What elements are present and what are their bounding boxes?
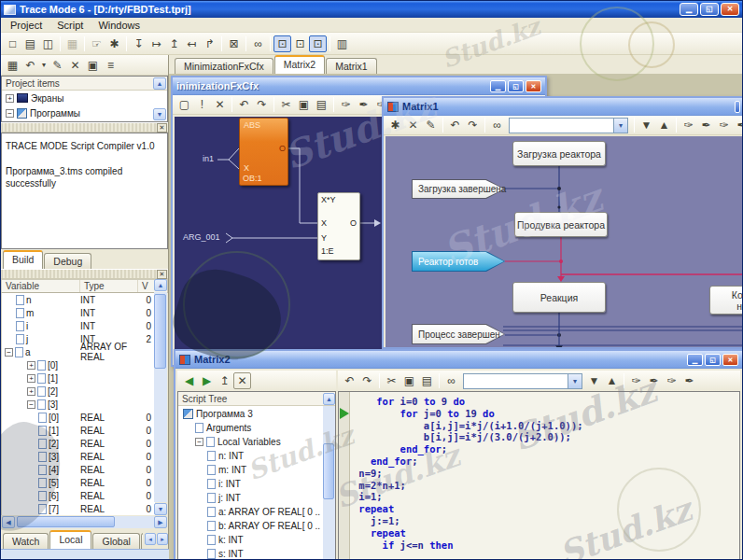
breakpoint-add-icon[interactable]: ✑ <box>627 372 645 389</box>
flow-step-purge[interactable]: Продувка реактора <box>514 212 608 237</box>
code-gutter[interactable] <box>339 392 350 559</box>
undo-icon[interactable]: ↶ <box>21 57 39 74</box>
tab-global[interactable]: Global <box>92 533 139 549</box>
tab-debug[interactable]: Debug <box>44 253 91 269</box>
tree-item[interactable]: j: INT <box>179 491 322 505</box>
flow-tag-reactor-ready[interactable]: Реактор готов <box>412 251 505 272</box>
redo-icon[interactable]: ↷ <box>358 372 376 389</box>
breakpoint-enable-icon[interactable]: ✑ <box>663 372 680 389</box>
close-button[interactable]: ✕ <box>526 80 541 92</box>
collapse-icon[interactable]: − <box>27 400 35 409</box>
matrix1-title-bar[interactable]: Matrix1 <box>384 98 742 116</box>
collapse-icon[interactable]: − <box>6 109 14 118</box>
runtime-window-icon[interactable]: ⊡ <box>309 35 327 52</box>
copy-icon[interactable]: ▣ <box>295 96 313 113</box>
tabs-scroll-right-icon[interactable]: ▸ <box>157 533 168 545</box>
delete-icon[interactable]: ✕ <box>211 96 229 113</box>
scroll-left-icon[interactable]: ◀ <box>2 516 15 528</box>
scrollbar-thumb[interactable] <box>323 443 334 499</box>
variable-row[interactable]: [1]REAL0 <box>2 424 155 437</box>
flow-step-load[interactable]: Загрузка реактора <box>512 141 606 166</box>
tab-matrix1[interactable]: Matrix1 <box>326 58 376 74</box>
cut-icon[interactable]: ✂ <box>383 372 400 389</box>
tab-shared[interactable]: Shared <box>141 533 143 549</box>
horizontal-scrollbar[interactable] <box>15 516 154 528</box>
tab-local[interactable]: Local <box>49 530 91 549</box>
tree-item[interactable]: Программа 3 <box>179 407 322 421</box>
collapse-icon[interactable]: − <box>195 438 203 446</box>
run-to-cursor-icon[interactable]: ↤ <box>183 35 201 52</box>
close-button[interactable]: ✕ <box>721 3 739 16</box>
profiler-window-icon[interactable]: ⊡ <box>273 35 291 52</box>
scroll-up-icon[interactable]: ▲ <box>323 393 335 405</box>
expand-icon[interactable]: + <box>27 374 35 383</box>
search-combobox[interactable]: ▾ <box>463 373 582 389</box>
up-icon[interactable]: ↥ <box>216 372 233 389</box>
properties-icon[interactable]: ▥ <box>333 35 351 52</box>
find-next-icon[interactable]: ▼ <box>638 117 655 133</box>
find-prev-icon[interactable]: ▲ <box>655 117 673 133</box>
variable-row[interactable]: [6]REAL0 <box>2 489 155 502</box>
back-icon[interactable]: ◀ <box>180 372 198 389</box>
new-icon[interactable]: □ <box>4 35 21 52</box>
list-icon[interactable]: ≡ <box>102 57 119 74</box>
minimize-button[interactable]: ▁ <box>687 354 703 366</box>
breakpoint-clear-icon[interactable]: ✒ <box>680 372 698 389</box>
scroll-up-icon[interactable]: ▲ <box>153 77 166 90</box>
flowchart-canvas[interactable]: Загрузка реактора Загрузка завершена Про… <box>386 136 742 347</box>
undo-dropdown-icon[interactable]: ▾ <box>39 57 49 74</box>
tree-item[interactable]: s: INT <box>179 547 322 559</box>
validate-icon[interactable]: ! <box>193 96 211 113</box>
variable-row[interactable]: [0]REAL0 <box>2 411 155 424</box>
tree-item[interactable]: b: ARRAY OF REAL[ 0 .. <box>179 519 322 533</box>
combo-dropdown-icon[interactable]: ▾ <box>613 119 627 133</box>
undo-icon[interactable]: ↶ <box>446 117 464 133</box>
breakpoint-clear-icon[interactable]: ✒ <box>733 117 742 133</box>
variable-row[interactable]: [2]REAL0 <box>2 437 155 450</box>
breakpoint-remove-icon[interactable]: ✒ <box>697 117 715 133</box>
column-header-type[interactable]: Type <box>80 280 138 292</box>
save-icon[interactable]: ◫ <box>39 35 57 52</box>
code-text[interactable]: for i=0 to 9 do for j=0 to 19 do a[i,j]=… <box>351 392 739 559</box>
tree-item[interactable]: −Программы <box>2 105 167 120</box>
vertical-scrollbar[interactable] <box>154 292 167 502</box>
undo-icon[interactable]: ↶ <box>341 372 358 389</box>
breakpoint-add-icon[interactable]: ✑ <box>337 96 355 113</box>
tree-item[interactable]: k: INT <box>179 533 322 547</box>
variable-row[interactable]: −[3] <box>2 398 155 411</box>
close-icon[interactable]: ✕ <box>157 270 167 279</box>
variable-row[interactable]: [4]REAL0 <box>2 463 155 476</box>
step-out-icon[interactable]: ↥ <box>165 35 183 52</box>
copy-icon[interactable]: ▣ <box>400 372 418 389</box>
tabs-scroll-left-icon[interactable]: ◂ <box>145 533 156 545</box>
flow-step-reaction[interactable]: Реакция <box>512 282 606 313</box>
scroll-down-icon[interactable]: ▼ <box>153 108 166 120</box>
delete-node-icon[interactable]: ✕ <box>404 117 422 133</box>
search-combobox[interactable]: ▾ <box>509 118 628 133</box>
tab-matrix2[interactable]: Matrix2 <box>274 55 325 74</box>
expand-icon[interactable]: + <box>27 361 35 370</box>
edit-icon[interactable]: ✎ <box>49 57 66 74</box>
flow-tag-load-done[interactable]: Загрузка завершена <box>412 179 505 199</box>
edit-node-icon[interactable]: ✎ <box>422 117 440 133</box>
stop-icon[interactable]: ⊠ <box>225 35 243 52</box>
panel-grip[interactable]: ✕ <box>1 269 168 279</box>
scrollbar-thumb[interactable] <box>17 516 115 527</box>
maximize-button[interactable]: ◱ <box>705 354 721 366</box>
redo-icon[interactable]: ↷ <box>464 117 482 133</box>
flow-tag-process-done[interactable]: Процесс завершен <box>412 324 505 344</box>
compiler-output-panel[interactable]: TRACE MODE Script Compiler v1.0 Программ… <box>1 133 168 249</box>
close-icon[interactable]: ✕ <box>157 123 167 133</box>
breakpoint-enable-icon[interactable]: ✑ <box>715 117 733 133</box>
table-icon[interactable]: ▦ <box>4 57 21 74</box>
components-icon[interactable]: ▦ <box>63 35 81 52</box>
paste-icon[interactable]: ▤ <box>313 96 330 113</box>
redo-icon[interactable]: ↷ <box>253 96 271 113</box>
variable-row[interactable]: +[1] <box>2 371 155 385</box>
fbd-argument-label[interactable]: ARG_001 <box>183 232 220 242</box>
find-icon[interactable]: ∞ <box>442 372 460 389</box>
maximize-button[interactable]: ◱ <box>508 80 524 92</box>
scroll-up-icon[interactable]: ▲ <box>154 279 167 291</box>
find-prev-icon[interactable]: ▲ <box>603 372 621 389</box>
flow-step-boiler[interactable]: Коте не <box>709 286 742 315</box>
